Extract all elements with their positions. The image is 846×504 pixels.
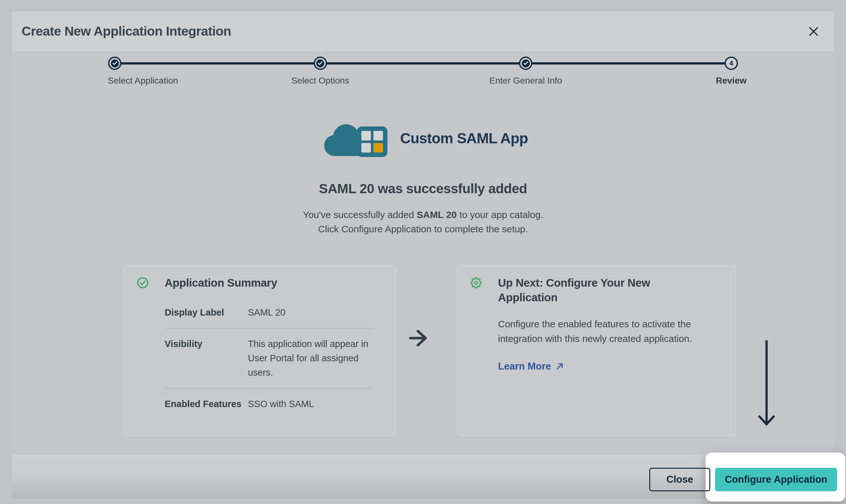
up-next-card: Up Next: Configure Your New Application … (457, 265, 736, 436)
close-icon[interactable] (807, 24, 821, 38)
step-label: Review (716, 76, 747, 86)
app-logo-text: Custom SAML App (400, 130, 528, 147)
summary-row-visibility: Visibility This application will appear … (165, 328, 373, 388)
configure-application-button[interactable]: Configure Application (715, 468, 837, 491)
step-current-icon: 4 (725, 57, 738, 70)
up-next-card-title: Up Next: Configure Your New Application (498, 275, 676, 305)
step-review: 4 Review (629, 51, 834, 86)
step-complete-icon (108, 57, 121, 70)
success-line2: Click Configure Application to complete … (318, 224, 528, 234)
app-logo: Custom SAML App (12, 119, 834, 158)
custom-saml-app-icon (318, 119, 393, 158)
success-line1-prefix: You've successfully added (303, 210, 417, 220)
row-value: SSO with SAML (248, 397, 314, 411)
step-enter-general-info: Enter General Info (423, 51, 629, 86)
summary-card-title: Application Summary (165, 275, 277, 290)
row-label: Display Label (165, 305, 248, 320)
step-label: Select Options (291, 76, 349, 86)
learn-more-label: Learn More (498, 361, 551, 372)
learn-more-link[interactable]: Learn More (498, 361, 564, 372)
create-app-modal: Create New Application Integration Selec… (12, 12, 834, 499)
check-circle-icon (137, 277, 148, 290)
row-label: Visibility (165, 337, 248, 380)
success-line1-appname: SAML 20 (417, 210, 457, 220)
down-arrow-annotation-icon (757, 340, 776, 434)
step-select-application: Select Application (12, 51, 218, 86)
summary-row-display-label: Display Label SAML 20 (165, 297, 373, 328)
success-heading: SAML 20 was successfully added (12, 181, 834, 196)
step-select-options: Select Options (218, 51, 423, 86)
application-summary-card: Application Summary Display Label SAML 2… (124, 265, 396, 436)
row-value: SAML 20 (248, 305, 285, 320)
step-label: Select Application (108, 76, 178, 86)
row-label: Enabled Features (165, 397, 248, 411)
wizard-stepper: Select Application Select Options (12, 51, 834, 102)
screen: Create New Application Integration Selec… (0, 0, 846, 504)
success-description: You've successfully added SAML 20 to you… (12, 208, 834, 236)
row-value: This application will appear in User Por… (248, 337, 373, 380)
summary-row-enabled-features: Enabled Features SSO with SAML (165, 388, 373, 419)
modal-title: Create New Application Integration (22, 24, 231, 39)
step-label: Enter General Info (489, 76, 562, 86)
summary-rows: Display Label SAML 20 Visibility This ap… (165, 297, 373, 419)
close-button[interactable]: Close (649, 468, 710, 491)
external-link-arrow-icon (556, 362, 564, 371)
up-next-body: Configure the enabled features to activa… (498, 317, 708, 346)
step-complete-icon (314, 57, 327, 70)
modal-header: Create New Application Integration (12, 12, 834, 51)
step-complete-icon (519, 57, 532, 70)
right-arrow-icon (409, 329, 428, 348)
success-line1-suffix: to your app catalog. (457, 210, 543, 220)
gear-icon (470, 277, 482, 290)
step-number: 4 (730, 59, 733, 67)
